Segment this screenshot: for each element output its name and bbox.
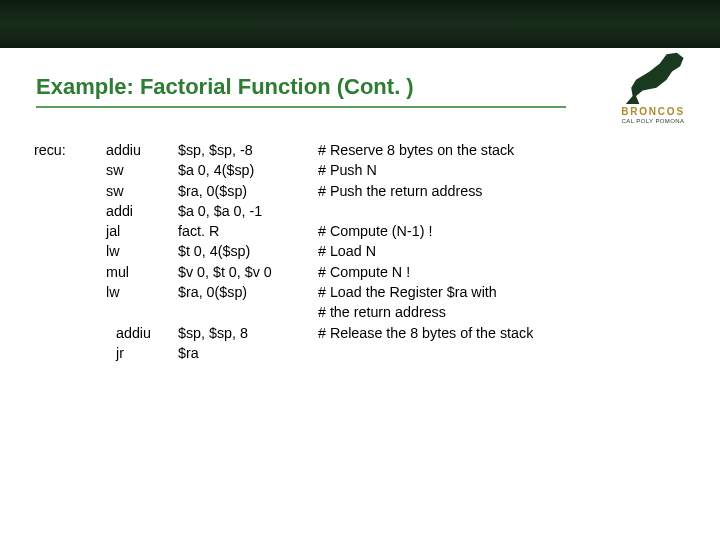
code-row: lw $t 0, 4($sp) # Load N — [34, 241, 533, 261]
code-op: sw — [106, 160, 174, 180]
code-op: jal — [106, 221, 174, 241]
broncos-logo: BRONCOS CAL POLY POMONA — [604, 50, 702, 124]
code-op: lw — [106, 282, 174, 302]
code-comment: # Reserve 8 bytes on the stack — [318, 140, 514, 160]
code-args: $ra, 0($sp) — [178, 181, 314, 201]
code-label: recu: — [34, 140, 102, 160]
code-op: lw — [106, 241, 174, 261]
code-comment: # the return address — [318, 302, 446, 322]
code-args: $t 0, 4($sp) — [178, 241, 314, 261]
code-row: jal fact. R # Compute (N-1) ! — [34, 221, 533, 241]
code-op: addiu — [106, 140, 174, 160]
code-op: sw — [106, 181, 174, 201]
code-row: addi $a 0, $a 0, -1 — [34, 201, 533, 221]
logo-text-broncos: BRONCOS — [604, 106, 702, 117]
code-comment: # Release the 8 bytes of the stack — [318, 323, 533, 343]
code-comment: # Push the return address — [318, 181, 483, 201]
code-row: lw $ra, 0($sp) # Load the Register $ra w… — [34, 282, 533, 302]
title-underline — [36, 106, 566, 108]
code-args: $v 0, $t 0, $v 0 — [178, 262, 314, 282]
code-row: recu: addiu $sp, $sp, -8 # Reserve 8 byt… — [34, 140, 533, 160]
code-op: jr — [106, 343, 174, 363]
code-row: jr $ra — [34, 343, 533, 363]
code-row: mul $v 0, $t 0, $v 0 # Compute N ! — [34, 262, 533, 282]
header-stripe — [0, 0, 720, 48]
code-args: fact. R — [178, 221, 314, 241]
code-args: $a 0, 4($sp) — [178, 160, 314, 180]
code-row: sw $ra, 0($sp) # Push the return address — [34, 181, 533, 201]
code-comment: # Push N — [318, 160, 377, 180]
code-args: $ra — [178, 343, 314, 363]
code-args: $sp, $sp, -8 — [178, 140, 314, 160]
code-args: $a 0, $a 0, -1 — [178, 201, 314, 221]
code-op: addi — [106, 201, 174, 221]
code-comment: # Compute (N-1) ! — [318, 221, 432, 241]
code-row: sw $a 0, 4($sp) # Push N — [34, 160, 533, 180]
code-args: $sp, $sp, 8 — [178, 323, 314, 343]
code-row: # the return address — [34, 302, 533, 322]
code-op: mul — [106, 262, 174, 282]
code-args: $ra, 0($sp) — [178, 282, 314, 302]
code-row: addiu $sp, $sp, 8 # Release the 8 bytes … — [34, 323, 533, 343]
code-comment: # Load the Register $ra with — [318, 282, 497, 302]
assembly-code-block: recu: addiu $sp, $sp, -8 # Reserve 8 byt… — [34, 140, 533, 363]
horse-icon — [619, 50, 687, 104]
code-comment: # Compute N ! — [318, 262, 410, 282]
code-op: addiu — [106, 323, 174, 343]
logo-text-cpp: CAL POLY POMONA — [604, 118, 702, 124]
code-comment: # Load N — [318, 241, 376, 261]
slide-title: Example: Factorial Function (Cont. ) — [36, 74, 414, 100]
